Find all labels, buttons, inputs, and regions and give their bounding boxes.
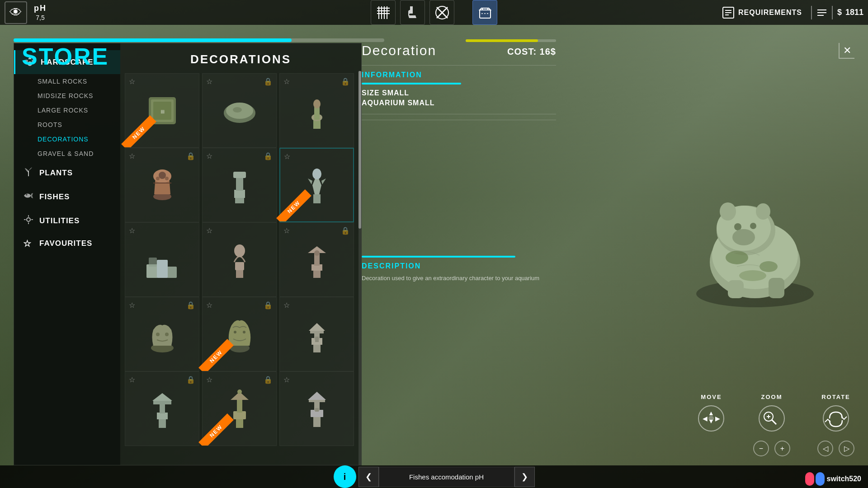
tool-cross-btn[interactable]: [429, 0, 454, 25]
ph-value: 7,5: [36, 14, 44, 21]
sidebar-item-utilities[interactable]: UTILITIES: [14, 209, 120, 233]
product-item-2[interactable]: ☆ 🔒: [202, 73, 277, 148]
fishes-label: FISHES: [39, 192, 70, 202]
svg-point-76: [237, 389, 242, 394]
star-icon-14[interactable]: ☆: [206, 375, 212, 384]
star-icon-6[interactable]: ☆: [284, 152, 290, 161]
sidebar-item-decorations[interactable]: DECORATIONS: [14, 132, 120, 146]
product-image-4: [140, 163, 185, 208]
controls-3d: MOVE ▲ ▼ ◀ ▶ ZOOM − +: [697, 394, 854, 456]
sidebar-item-small-rocks[interactable]: SMALL ROCKS: [14, 74, 120, 89]
zoom-minus-btn[interactable]: −: [753, 441, 769, 456]
product-item-8[interactable]: ☆: [202, 222, 277, 297]
product-item-11[interactable]: ☆ 🔒: [202, 297, 277, 371]
lock-icon-4: 🔒: [186, 152, 195, 160]
divider: [811, 6, 812, 19]
tool-hand-btn[interactable]: [400, 0, 425, 25]
product-item-6[interactable]: ☆: [279, 148, 354, 222]
product-item-9[interactable]: ☆ 🔒: [279, 222, 354, 297]
tool-pattern-btn[interactable]: [371, 0, 396, 25]
basket-btn[interactable]: [472, 0, 497, 25]
ph-bar: [14, 38, 384, 42]
plants-label: PLANTS: [39, 169, 73, 178]
cost-bar-fill: [466, 39, 538, 42]
description-title: DESCRIPTION: [362, 262, 556, 270]
sidebar-item-fishes[interactable]: FISHES: [14, 185, 120, 209]
star-icon-4[interactable]: ☆: [129, 152, 135, 160]
info-button[interactable]: i: [334, 465, 356, 488]
product-item-10[interactable]: ☆ 🔒: [125, 297, 199, 371]
product-item-12[interactable]: ☆: [279, 297, 354, 371]
svg-rect-77: [313, 416, 321, 427]
nav-next-btn[interactable]: ❯: [514, 467, 535, 487]
sidebar-item-roots[interactable]: ROOTS: [14, 117, 120, 132]
rotate-right-btn[interactable]: ▷: [839, 441, 854, 456]
sidebar-item-midsize-rocks[interactable]: MIDSIZE ROCKS: [14, 89, 120, 103]
product-item-4[interactable]: ☆ 🔒: [125, 148, 199, 222]
sidebar-item-favourites[interactable]: ☆ FAVOURITES: [14, 233, 120, 254]
star-icon-10[interactable]: ☆: [129, 301, 135, 310]
nav-prev-btn[interactable]: ❮: [359, 467, 379, 487]
rotate-control-svg: [821, 404, 851, 433]
detail-size: SIZE SMALL: [362, 89, 556, 97]
eye-icon[interactable]: 👁: [5, 1, 27, 24]
svg-point-59: [156, 333, 160, 336]
lock-icon-13: 🔒: [186, 375, 195, 384]
star-icon-13[interactable]: ☆: [129, 375, 135, 384]
svg-rect-80: [309, 400, 325, 402]
product-item-13[interactable]: ☆ 🔒: [125, 371, 199, 446]
product-item-5[interactable]: ☆ 🔒: [202, 148, 277, 222]
svg-line-105: [772, 420, 776, 424]
star-icon-9[interactable]: ☆: [283, 226, 290, 235]
detail-divider-1: [362, 65, 556, 66]
star-icon-5[interactable]: ☆: [206, 152, 212, 160]
product-item-14[interactable]: ☆ 🔒: [202, 371, 277, 446]
svg-point-22: [26, 194, 28, 196]
hud-right-area: REQUIREMENTS $ 1811: [717, 4, 863, 21]
sidebar-item-plants[interactable]: PLANTS: [14, 161, 120, 185]
product-item-3[interactable]: ☆ 🔒: [279, 73, 354, 148]
star-icon-3[interactable]: ☆: [283, 77, 290, 86]
scroll-thumb[interactable]: [359, 71, 361, 229]
product-image-9: [294, 237, 340, 282]
svg-rect-10: [480, 10, 491, 18]
svg-point-34: [313, 99, 321, 108]
close-button[interactable]: ✕: [839, 43, 854, 59]
product-image-2: [217, 88, 262, 133]
requirements-btn[interactable]: REQUIREMENTS: [717, 4, 807, 21]
svg-point-23: [27, 218, 30, 221]
zoom-plus-btn[interactable]: +: [774, 441, 790, 456]
star-icon-11[interactable]: ☆: [206, 301, 212, 310]
new-badge-14: [198, 405, 239, 446]
star-icon-1[interactable]: ☆: [129, 77, 135, 86]
star-icon-8[interactable]: ☆: [206, 226, 212, 235]
move-icon-group[interactable]: ▲ ▼ ◀ ▶: [697, 404, 726, 433]
star-icon-15[interactable]: ☆: [283, 375, 290, 384]
svg-point-103: [759, 406, 784, 431]
products-grid: ☆ ▦ ☆ 🔒: [120, 71, 361, 448]
svg-rect-81: [315, 408, 319, 412]
star-icon-7[interactable]: ☆: [129, 226, 135, 235]
plants-icon: [23, 166, 34, 179]
star-icon-2[interactable]: ☆: [206, 77, 212, 86]
move-control-svg: ▲ ▼ ◀ ▶: [697, 404, 726, 433]
product-item-15[interactable]: ☆: [279, 371, 354, 446]
zoom-control-svg: [757, 404, 787, 433]
lock-icon-3: 🔒: [341, 77, 350, 86]
detail-panel: COST: 16$ Decoration INFORMATION SIZE SM…: [362, 43, 556, 465]
sidebar-item-large-rocks[interactable]: LARGE ROCKS: [14, 103, 120, 117]
star-icon-12[interactable]: ☆: [283, 301, 290, 310]
store-panel: HARDSCAPE SMALL ROCKS MIDSIZE ROCKS LARG…: [14, 43, 362, 465]
rotate-left-btn[interactable]: ◁: [817, 441, 833, 456]
svg-point-46: [312, 169, 321, 179]
svg-rect-50: [149, 258, 157, 267]
store-title: STORE: [22, 43, 109, 70]
rotate-icon-group[interactable]: [821, 404, 851, 433]
product-item-7[interactable]: ☆: [125, 222, 199, 297]
product-image-8: [217, 237, 262, 282]
sidebar-item-gravel-sand[interactable]: GRAVEL & SAND: [14, 146, 120, 161]
product-item-1[interactable]: ☆ ▦: [125, 73, 199, 148]
cost-bar-track: [466, 39, 556, 42]
scroll-track[interactable]: [359, 71, 361, 465]
zoom-icon-group[interactable]: [757, 404, 787, 433]
